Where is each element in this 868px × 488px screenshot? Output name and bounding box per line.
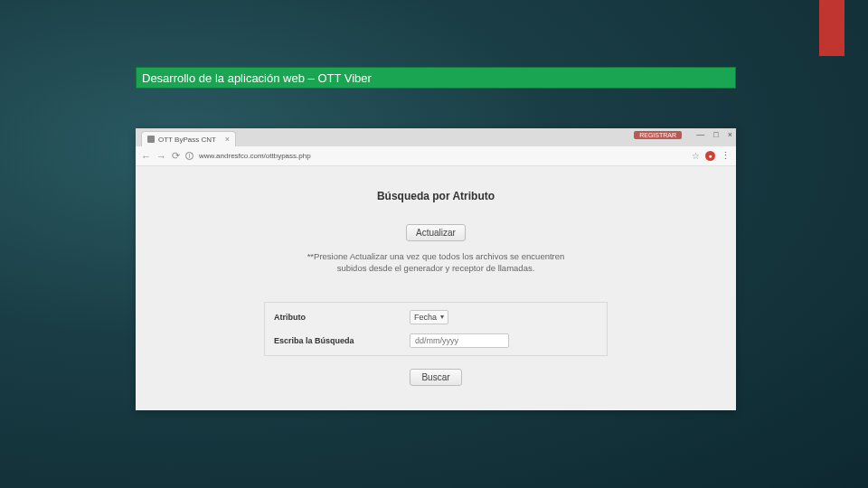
search-button[interactable]: Buscar xyxy=(410,369,461,386)
close-icon[interactable]: × xyxy=(225,135,230,144)
register-badge[interactable]: REGISTRAR xyxy=(634,131,682,139)
attribute-selected-value: Fecha xyxy=(414,313,437,322)
url-field[interactable]: www.andresfco.com/ottbypass.php xyxy=(199,152,686,160)
page-body: Búsqueda por Atributo Actualizar **Presi… xyxy=(136,166,736,410)
tab-title: OTT ByPass CNT xyxy=(158,136,216,144)
page-favicon-icon xyxy=(147,136,155,143)
bookmark-star-icon[interactable]: ☆ xyxy=(692,151,700,161)
close-window-icon[interactable]: × xyxy=(728,130,732,139)
page-heading: Búsqueda por Atributo xyxy=(377,190,495,202)
site-info-icon[interactable]: i xyxy=(185,152,193,160)
slide-title: Desarrollo de la aplicación web – OTT Vi… xyxy=(142,71,372,85)
search-label: Escriba la Búsqueda xyxy=(274,336,410,345)
address-bar: ← → ⟳ i www.andresfco.com/ottbypass.php … xyxy=(136,146,736,166)
back-icon[interactable]: ← xyxy=(141,151,151,162)
window-controls: — □ × xyxy=(696,130,732,139)
search-row: Escriba la Búsqueda xyxy=(274,333,598,348)
minimize-icon[interactable]: — xyxy=(696,130,704,139)
menu-icon[interactable]: ⋮ xyxy=(721,150,731,162)
extension-icon[interactable]: ● xyxy=(705,151,715,161)
slide-accent-bar xyxy=(819,0,844,56)
help-text: **Presione Actualizar una vez que todos … xyxy=(300,250,571,275)
update-button[interactable]: Actualizar xyxy=(406,224,466,241)
attribute-row: Atributo Fecha xyxy=(274,310,598,324)
search-form: Atributo Fecha Escriba la Búsqueda xyxy=(264,302,608,356)
forward-icon[interactable]: → xyxy=(156,151,166,162)
maximize-icon[interactable]: □ xyxy=(713,130,718,139)
attribute-label: Atributo xyxy=(274,313,410,322)
reload-icon[interactable]: ⟳ xyxy=(172,150,180,162)
browser-tab[interactable]: OTT ByPass CNT × xyxy=(141,131,236,146)
attribute-select[interactable]: Fecha xyxy=(410,310,448,324)
slide-title-bar: Desarrollo de la aplicación web – OTT Vi… xyxy=(136,67,736,89)
search-input[interactable] xyxy=(410,333,509,348)
browser-window: OTT ByPass CNT × REGISTRAR — □ × ← → ⟳ i… xyxy=(136,128,736,410)
browser-tab-strip: OTT ByPass CNT × REGISTRAR — □ × xyxy=(136,128,736,146)
